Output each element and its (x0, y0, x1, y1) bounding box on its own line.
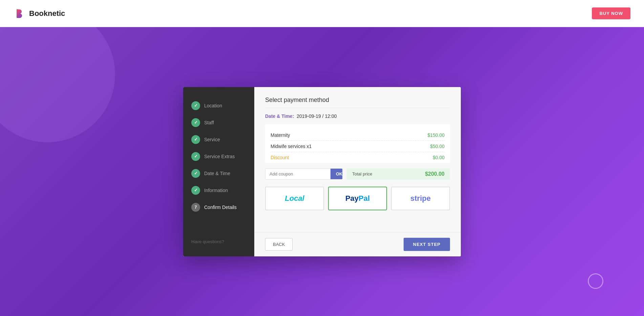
price-row-maternity: Maternity $150.00 (271, 130, 445, 141)
price-row-discount: Discount $0.00 (271, 152, 445, 163)
sidebar-item-information[interactable]: ✓ Information (183, 182, 254, 199)
sidebar-item-service-extras[interactable]: ✓ Service Extras (183, 148, 254, 165)
logo-text: Booknetic (29, 9, 65, 18)
sidebar-item-location[interactable]: ✓ Location (183, 97, 254, 114)
datetime-value: 2019-09-19 / 12:00 (297, 113, 337, 119)
payment-local-label: Local (285, 194, 304, 203)
background-section: ✓ Location ✓ Staff ✓ Service (0, 27, 644, 316)
logo: Booknetic (14, 7, 65, 20)
content-body: Select payment method Date & Time: 2019-… (254, 87, 461, 232)
item-name-maternity: Maternity (271, 132, 290, 138)
sidebar: ✓ Location ✓ Staff ✓ Service (183, 87, 254, 256)
sidebar-item-confirm-details[interactable]: 7 Confirm Details (183, 199, 254, 216)
payment-paypal-label: PayPal (345, 194, 370, 203)
sidebar-item-label-location: Location (204, 103, 222, 108)
booking-modal: ✓ Location ✓ Staff ✓ Service (183, 87, 461, 256)
sidebar-item-label-confirm-details: Confirm Details (204, 205, 237, 210)
sidebar-steps: ✓ Location ✓ Staff ✓ Service (183, 97, 254, 234)
buy-now-button[interactable]: BUY NOW (592, 7, 630, 19)
sidebar-item-label-service: Service (204, 137, 220, 142)
item-price-discount: $0.00 (433, 155, 445, 160)
sidebar-item-label-date-time: Date & Time (204, 171, 230, 176)
total-price: $200.00 (425, 171, 445, 177)
step-icon-location: ✓ (191, 101, 200, 110)
item-name-midwife: Midwife services x1 (271, 144, 312, 149)
sidebar-item-staff[interactable]: ✓ Staff (183, 114, 254, 131)
step-icon-service: ✓ (191, 135, 200, 144)
item-name-discount: Discount (271, 155, 289, 160)
payment-stripe-label: stripe (410, 194, 431, 203)
coupon-total-row: OK Total price $200.00 (265, 168, 450, 180)
next-step-button[interactable]: NEXT STEP (404, 238, 450, 251)
coupon-ok-button[interactable]: OK (330, 169, 343, 179)
booknetic-logo-icon (14, 7, 26, 20)
coupon-input-wrap: OK (265, 168, 343, 180)
step-icon-date-time: ✓ (191, 169, 200, 178)
payment-option-paypal[interactable]: PayPal (328, 187, 387, 210)
payment-option-local[interactable]: Local (265, 187, 324, 210)
payment-option-stripe[interactable]: stripe (391, 187, 450, 210)
step-icon-staff: ✓ (191, 118, 200, 127)
sidebar-item-label-information: Information (204, 188, 228, 193)
sidebar-item-label-staff: Staff (204, 120, 214, 125)
coupon-input[interactable] (265, 169, 330, 179)
total-box: Total price $200.00 (347, 168, 450, 180)
step-icon-information: ✓ (191, 186, 200, 195)
item-price-maternity: $150.00 (427, 132, 445, 138)
step-icon-confirm-details: 7 (191, 203, 200, 212)
header: Booknetic BUY NOW (0, 0, 644, 27)
total-label: Total price (352, 171, 372, 176)
sidebar-item-service[interactable]: ✓ Service (183, 131, 254, 148)
content-footer: BACK NEXT STEP (254, 232, 461, 256)
back-button[interactable]: BACK (265, 238, 293, 251)
payment-methods: Local PayPal stripe (265, 187, 450, 210)
sidebar-footer: Have questions? (183, 234, 254, 250)
price-row-midwife: Midwife services x1 $50.00 (271, 141, 445, 152)
sidebar-item-date-time[interactable]: ✓ Date & Time (183, 165, 254, 182)
item-price-midwife: $50.00 (430, 144, 445, 149)
main-content: Select payment method Date & Time: 2019-… (254, 87, 461, 256)
datetime-row: Date & Time: 2019-09-19 / 12:00 (265, 113, 450, 119)
datetime-label: Date & Time: (265, 113, 294, 119)
step-icon-service-extras: ✓ (191, 152, 200, 161)
page-title: Select payment method (265, 97, 450, 108)
price-table: Maternity $150.00 Midwife services x1 $5… (265, 124, 450, 163)
sidebar-item-label-service-extras: Service Extras (204, 154, 235, 159)
